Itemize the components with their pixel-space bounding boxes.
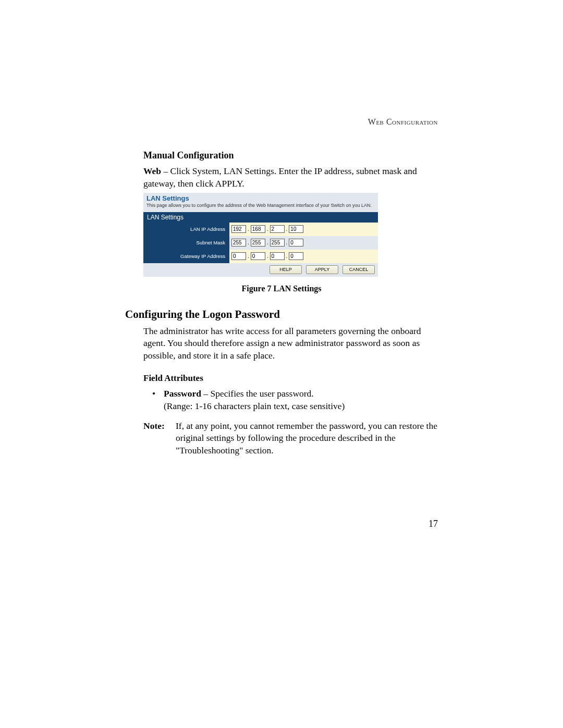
gateway-oct1[interactable] (231, 252, 246, 260)
figure-lan-settings: LAN Settings This page allows you to con… (143, 193, 438, 276)
figure-caption: Figure 7 LAN Settings (125, 284, 438, 293)
bullet-password: • Password – Specifies the user password… (152, 388, 438, 412)
gateway-oct2[interactable] (251, 252, 265, 260)
dot: . (267, 240, 268, 245)
subnet-oct4[interactable] (289, 239, 303, 246)
subnet-oct2[interactable] (251, 239, 265, 246)
heading-manual-configuration: Manual Configuration (143, 150, 438, 161)
subnet-oct3[interactable] (270, 239, 285, 246)
bullet-dot-icon: • (152, 388, 164, 412)
heading-field-attributes: Field Attributes (143, 373, 438, 384)
bullet-line2: (Range: 1-16 characters plain text, case… (164, 401, 345, 411)
para-logon-password: The administrator has write access for a… (143, 325, 438, 362)
row-gateway-ip: Gateway IP Address . . . (143, 250, 378, 263)
dot: . (286, 226, 288, 232)
dot: . (286, 240, 288, 245)
row-subnet-mask: Subnet Mask . . . (143, 236, 378, 250)
heading-configuring-logon-password: Configuring the Logon Password (125, 308, 438, 321)
lan-ip-oct3[interactable] (270, 225, 285, 233)
dot: . (248, 240, 249, 245)
bullet-lead: Password (164, 388, 201, 399)
apply-button[interactable]: APPLY (306, 265, 338, 274)
dot: . (248, 226, 249, 232)
panel-title: LAN Settings (146, 194, 375, 202)
running-header: Web Configuration (125, 117, 438, 127)
gateway-oct3[interactable] (270, 252, 285, 260)
subnet-oct1[interactable] (231, 239, 246, 246)
cancel-button[interactable]: CANCEL (342, 265, 375, 274)
dot: . (267, 253, 268, 259)
para-manual-config: Web – Click System, LAN Settings. Enter … (143, 165, 438, 190)
label-lan-ip: LAN IP Address (143, 223, 229, 236)
lan-ip-oct1[interactable] (231, 225, 246, 233)
help-button[interactable]: HELP (270, 265, 302, 274)
bullet-rest: – Specifies the user password. (201, 388, 314, 399)
lan-ip-oct4[interactable] (289, 225, 303, 233)
dot: . (267, 226, 268, 232)
page-number: 17 (125, 519, 438, 529)
dot: . (286, 253, 288, 259)
lan-settings-panel: LAN Settings This page allows you to con… (143, 193, 378, 276)
gateway-oct4[interactable] (289, 252, 303, 260)
label-subnet-mask: Subnet Mask (143, 236, 229, 250)
para-lead-web: Web (143, 166, 161, 176)
lan-ip-oct2[interactable] (251, 225, 265, 233)
note-body: If, at any point, you cannot remember th… (176, 420, 438, 457)
panel-button-row: HELP APPLY CANCEL (143, 263, 378, 277)
note-block: Note: If, at any point, you cannot remem… (143, 420, 438, 457)
panel-description: This page allows you to configure the ad… (146, 203, 375, 208)
panel-section-header: LAN Settings (143, 212, 378, 223)
row-lan-ip: LAN IP Address . . . (143, 223, 378, 236)
label-gateway-ip: Gateway IP Address (143, 250, 229, 263)
note-label: Note: (143, 420, 176, 457)
para-rest: – Click System, LAN Settings. Enter the … (143, 166, 417, 189)
dot: . (248, 253, 249, 259)
